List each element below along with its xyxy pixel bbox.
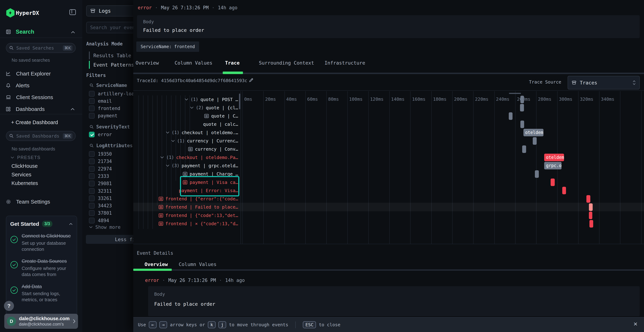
checkbox[interactable] bbox=[89, 181, 95, 186]
user-menu[interactable]: D dale@clickhouse.com dale@clickhouse.co… bbox=[4, 314, 78, 329]
checkbox[interactable] bbox=[89, 196, 95, 201]
tab-surrounding-context[interactable]: Surrounding Context bbox=[259, 60, 314, 66]
trace-source-select[interactable]: Traces bbox=[568, 76, 640, 90]
checkbox[interactable] bbox=[89, 218, 95, 224]
checkbox[interactable] bbox=[89, 151, 95, 157]
trace-span-row[interactable]: (1)checkout | oteldemo.Pa… bbox=[133, 153, 238, 162]
edit-pencil-icon[interactable] bbox=[249, 77, 254, 83]
sidebar-item-clickhouse[interactable]: ClickHouse bbox=[12, 163, 38, 169]
checkbox[interactable] bbox=[89, 91, 95, 96]
checkbox[interactable] bbox=[89, 210, 95, 216]
mode-event-patterns[interactable]: Event Patterns bbox=[89, 60, 134, 69]
filter-value[interactable]: 21734 bbox=[89, 158, 112, 165]
span-bar[interactable] bbox=[522, 146, 526, 153]
ed-tab-overview[interactable]: Overview bbox=[144, 262, 168, 267]
filter-value[interactable]: artillery-loa bbox=[89, 90, 134, 97]
span-bar[interactable] bbox=[586, 195, 590, 203]
span-bar[interactable] bbox=[520, 120, 524, 128]
checkbox[interactable] bbox=[89, 158, 95, 164]
trace-span-row[interactable]: (1)currency | Currenc… bbox=[133, 137, 238, 145]
filter-value[interactable]: 22974 bbox=[89, 165, 112, 172]
key-arrow-right[interactable]: → bbox=[160, 321, 167, 328]
sidebar-item-services[interactable]: Services bbox=[12, 172, 31, 178]
filter-value[interactable]: 37801 bbox=[89, 210, 112, 216]
get-started-step[interactable]: Add Data Start sending logs, metrics, or… bbox=[10, 284, 73, 303]
span-bar[interactable] bbox=[535, 170, 539, 178]
checkbox[interactable] bbox=[89, 188, 95, 194]
mode-results-table[interactable]: Results Table bbox=[89, 51, 131, 60]
sidebar-item-chart-explorer[interactable]: Chart Explorer bbox=[0, 69, 82, 79]
checkbox[interactable] bbox=[89, 106, 95, 111]
filter-value[interactable]: payment bbox=[89, 112, 118, 119]
source-select[interactable]: Logs bbox=[86, 5, 140, 16]
span-bar[interactable]: oteldem bbox=[544, 154, 564, 161]
sidebar-item-team-settings[interactable]: Team Settings bbox=[0, 197, 82, 207]
get-started-step[interactable]: Connect to ClickHouse Set up your databa… bbox=[10, 233, 73, 252]
key-k[interactable]: k bbox=[208, 321, 216, 328]
saved-dashboards-input[interactable] bbox=[16, 133, 61, 139]
saved-dashboards-search[interactable]: ⌘K bbox=[6, 131, 76, 141]
span-bar[interactable]: grpc.o bbox=[544, 162, 561, 170]
chevron-down-icon[interactable] bbox=[171, 140, 175, 142]
chevron-up-icon[interactable] bbox=[71, 31, 75, 34]
span-bar[interactable] bbox=[589, 204, 593, 211]
trace-span-row[interactable]: (1)checkout | oteldemo.… bbox=[133, 128, 238, 137]
presets-toggle[interactable]: PRESETS bbox=[10, 155, 40, 160]
sidebar-item-client-sessions[interactable]: Client Sessions bbox=[0, 92, 82, 102]
sidebar-item-alerts[interactable]: Alerts bbox=[0, 80, 82, 90]
tab-infrastructure[interactable]: Infrastructure bbox=[324, 60, 365, 66]
chevron-down-icon[interactable] bbox=[160, 156, 164, 159]
sidebar-item-dashboards[interactable]: Dashboards bbox=[0, 104, 82, 114]
checkbox[interactable] bbox=[89, 173, 95, 179]
checkbox[interactable] bbox=[89, 98, 95, 104]
chevron-down-icon[interactable] bbox=[166, 164, 170, 167]
waterfall-split-divider[interactable] bbox=[240, 91, 241, 244]
chevron-down-icon[interactable] bbox=[184, 98, 188, 101]
service-name-chip[interactable]: ServiceName: frontend bbox=[136, 42, 199, 52]
get-started-step[interactable]: Create Data Sources Configure where your… bbox=[10, 258, 73, 278]
checkbox-checked[interactable] bbox=[89, 132, 95, 138]
span-bar[interactable] bbox=[590, 220, 593, 228]
tab-trace[interactable]: Trace bbox=[225, 60, 240, 66]
filter-value[interactable]: 32311 bbox=[89, 188, 112, 194]
trace-span-row[interactable]: frontend | × {"code":13,"d… bbox=[133, 220, 238, 228]
filter-value[interactable]: error bbox=[89, 131, 112, 138]
collapse-sidebar-icon[interactable] bbox=[70, 9, 76, 15]
filter-value[interactable]: frontend bbox=[89, 105, 120, 112]
span-bar[interactable] bbox=[520, 104, 524, 112]
chevron-up-icon[interactable] bbox=[69, 223, 73, 225]
filter-value[interactable]: 19350 bbox=[89, 150, 112, 158]
filter-value[interactable]: email bbox=[89, 98, 112, 105]
chevron-down-icon[interactable] bbox=[166, 131, 170, 134]
checkbox[interactable] bbox=[89, 113, 95, 118]
filter-value[interactable]: 33261 bbox=[89, 195, 112, 202]
filter-value[interactable]: 34423 bbox=[89, 202, 112, 209]
span-bar[interactable] bbox=[589, 212, 592, 219]
trace-span-row[interactable]: (2)quote | {cl… bbox=[133, 104, 238, 112]
horizontal-scrollbar[interactable] bbox=[509, 93, 521, 94]
trace-span-row[interactable]: (3)payment | grpc.oteld… bbox=[133, 162, 238, 170]
ed-tab-column-values[interactable]: Column Values bbox=[179, 262, 216, 267]
chevron-up-icon[interactable] bbox=[70, 108, 75, 110]
show-more-button[interactable]: Show more bbox=[89, 224, 120, 230]
key-arrow-left[interactable]: ← bbox=[149, 321, 156, 328]
span-bar[interactable] bbox=[562, 187, 566, 194]
span-bar[interactable]: oteldem bbox=[524, 129, 544, 136]
checkbox[interactable] bbox=[89, 166, 95, 172]
span-bar[interactable] bbox=[533, 137, 537, 145]
span-bar[interactable] bbox=[509, 112, 512, 120]
filter-value[interactable]: 2333 bbox=[89, 172, 109, 180]
help-button[interactable]: ? bbox=[4, 301, 14, 311]
trace-span-row[interactable]: (1)quote | POST … bbox=[133, 95, 238, 104]
span-bar[interactable] bbox=[550, 178, 555, 186]
trace-span-row[interactable]: frontend | Failed to place… bbox=[133, 203, 238, 211]
vertical-scrollbar[interactable] bbox=[239, 94, 240, 109]
tab-column-values[interactable]: Column Values bbox=[174, 60, 212, 66]
chevron-down-icon[interactable] bbox=[190, 106, 194, 109]
create-dashboard-button[interactable]: + Create Dashboard bbox=[11, 120, 58, 126]
key-esc[interactable]: ESC bbox=[303, 321, 316, 328]
trace-span-row[interactable]: frontend | {"code":13,"det… bbox=[133, 211, 238, 220]
search-section[interactable]: Search bbox=[6, 28, 34, 35]
key-j[interactable]: j bbox=[218, 321, 226, 328]
tab-overview[interactable]: Overview bbox=[136, 60, 159, 66]
